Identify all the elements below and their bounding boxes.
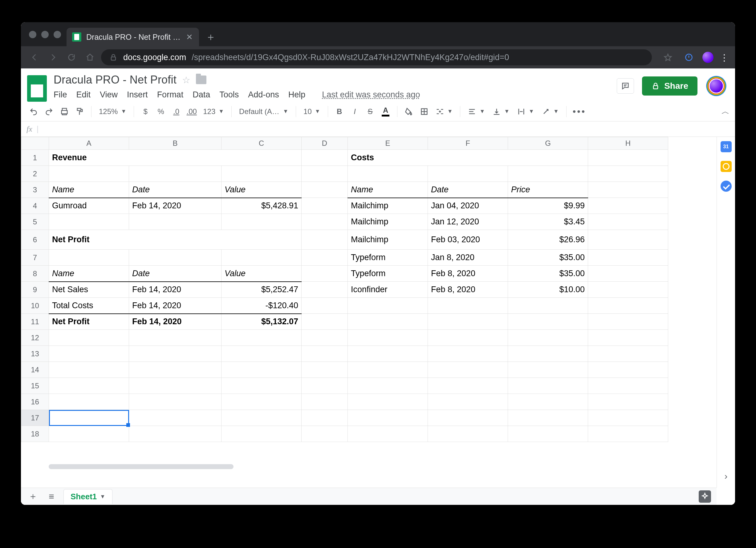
font-size-select[interactable]: 10▼ (300, 107, 323, 116)
more-formats-button[interactable]: 123▼ (200, 107, 227, 116)
tab-close-icon[interactable]: ✕ (185, 33, 193, 41)
col-header-h[interactable]: H (588, 137, 668, 150)
cell-c3[interactable]: Value (222, 182, 302, 198)
nav-back-button[interactable] (27, 50, 42, 65)
row-15[interactable]: 15 (21, 378, 668, 394)
cell-e1[interactable]: Costs (348, 150, 588, 166)
row-header-8[interactable]: 8 (21, 266, 49, 282)
collapse-toolbar-button[interactable]: ︿ (721, 106, 730, 117)
formula-bar[interactable]: fx | (21, 121, 735, 137)
cell-c11[interactable]: $5,132.07 (222, 314, 302, 330)
strike-button[interactable]: S (363, 104, 377, 119)
row-2[interactable]: 2 (21, 166, 668, 182)
cell-a6[interactable]: Net Profit (49, 230, 302, 249)
row-header-5[interactable]: 5 (21, 214, 49, 230)
cell-c9[interactable]: $5,252.47 (222, 282, 302, 298)
cell-e9[interactable]: Iconfinder (348, 282, 428, 298)
comments-button[interactable] (617, 78, 634, 94)
redo-button[interactable] (42, 104, 56, 119)
profile-avatar-icon[interactable] (702, 52, 713, 63)
cell-g9[interactable]: $10.00 (508, 282, 588, 298)
col-header-f[interactable]: F (428, 137, 508, 150)
row-header-15[interactable]: 15 (21, 378, 49, 394)
row-8[interactable]: 8 Name Date Value Typeform Feb 8, 2020 $… (21, 266, 668, 282)
undo-button[interactable] (26, 104, 41, 119)
col-header-d[interactable]: D (302, 137, 348, 150)
dec-decrease-button[interactable]: .0 (169, 104, 183, 119)
keep-icon[interactable] (721, 161, 732, 172)
menu-view[interactable]: View (100, 90, 118, 99)
cell-f4[interactable]: Jan 04, 2020 (428, 198, 508, 214)
cell-a4[interactable]: Gumroad (49, 198, 129, 214)
cell-e3[interactable]: Name (348, 182, 428, 198)
valign-button[interactable]: ▼ (489, 107, 513, 116)
col-header-e[interactable]: E (348, 137, 428, 150)
row-header-4[interactable]: 4 (21, 198, 49, 214)
row-14[interactable]: 14 (21, 362, 668, 378)
print-button[interactable] (57, 104, 71, 119)
row-17[interactable]: 17 (21, 410, 668, 426)
cell-g8[interactable]: $35.00 (508, 266, 588, 282)
row-1[interactable]: 1 Revenue Costs (21, 150, 668, 166)
row-header-10[interactable]: 10 (21, 298, 49, 314)
cell-a10[interactable]: Total Costs (49, 298, 129, 314)
row-header-6[interactable]: 6 (21, 230, 49, 249)
menu-file[interactable]: File (54, 90, 67, 99)
row-16[interactable]: 16 (21, 394, 668, 410)
cell-g4[interactable]: $9.99 (508, 198, 588, 214)
address-bar[interactable]: docs.google.com/spreadsheets/d/19Gx4Qgsd… (101, 49, 652, 65)
cell-e8[interactable]: Typeform (348, 266, 428, 282)
wrap-button[interactable]: ▼ (514, 107, 537, 116)
row-header-12[interactable]: 12 (21, 330, 49, 346)
menu-edit[interactable]: Edit (76, 90, 91, 99)
cell-g3[interactable]: Price (508, 182, 588, 198)
fill-color-button[interactable] (402, 104, 416, 119)
cell-f6[interactable]: Feb 03, 2020 (428, 230, 508, 249)
font-select[interactable]: Default (Ari...▼ (236, 107, 291, 116)
cell-a11[interactable]: Net Profit (49, 314, 129, 330)
cell-b8[interactable]: Date (129, 266, 222, 282)
row-11[interactable]: 11 Net Profit Feb 14, 2020 $5,132.07 (21, 314, 668, 330)
cell-f7[interactable]: Jan 8, 2020 (428, 249, 508, 266)
sheet-tab-menu-icon[interactable]: ▼ (100, 493, 105, 500)
cell-f5[interactable]: Jan 12, 2020 (428, 214, 508, 230)
move-folder-icon[interactable] (196, 75, 206, 84)
row-7[interactable]: 7 Typeform Jan 8, 2020 $35.00 (21, 249, 668, 266)
borders-button[interactable] (417, 104, 431, 119)
cell-f8[interactable]: Feb 8, 2020 (428, 266, 508, 282)
merge-button[interactable]: ▼ (433, 107, 456, 116)
window-min-dot[interactable] (41, 31, 49, 38)
nav-forward-button[interactable] (46, 50, 60, 65)
window-close-dot[interactable] (29, 31, 36, 38)
menu-format[interactable]: Format (157, 90, 184, 99)
cell-e5[interactable]: Mailchimp (348, 214, 428, 230)
menu-tools[interactable]: Tools (219, 90, 239, 99)
nav-home-button[interactable] (83, 50, 97, 65)
menu-addons[interactable]: Add-ons (248, 90, 279, 99)
explore-button[interactable] (699, 490, 711, 503)
row-header-13[interactable]: 13 (21, 346, 49, 362)
cell-g6[interactable]: $26.96 (508, 230, 588, 249)
row-header-18[interactable]: 18 (21, 426, 49, 442)
cell-e4[interactable]: Mailchimp (348, 198, 428, 214)
italic-button[interactable]: I (348, 104, 362, 119)
text-color-button[interactable]: A (379, 104, 393, 119)
row-header-11[interactable]: 11 (21, 314, 49, 330)
col-header-c[interactable]: C (222, 137, 302, 150)
add-sheet-button[interactable]: ＋ (26, 490, 39, 503)
star-icon[interactable]: ☆ (182, 75, 190, 85)
rotate-button[interactable]: ▼ (539, 107, 562, 116)
row-header-9[interactable]: 9 (21, 282, 49, 298)
cell-b10[interactable]: Feb 14, 2020 (129, 298, 222, 314)
column-header-row[interactable]: A B C D E F G H (21, 137, 668, 150)
menu-data[interactable]: Data (193, 90, 210, 99)
cell-c8[interactable]: Value (222, 266, 302, 282)
format-currency-button[interactable]: $ (138, 104, 152, 119)
row-header-7[interactable]: 7 (21, 249, 49, 266)
new-tab-button[interactable]: ＋ (205, 31, 217, 43)
share-button[interactable]: Share (642, 76, 697, 95)
format-percent-button[interactable]: % (154, 104, 168, 119)
select-all-corner[interactable] (21, 137, 49, 150)
row-9[interactable]: 9 Net Sales Feb 14, 2020 $5,252.47 Iconf… (21, 282, 668, 298)
row-13[interactable]: 13 (21, 346, 668, 362)
